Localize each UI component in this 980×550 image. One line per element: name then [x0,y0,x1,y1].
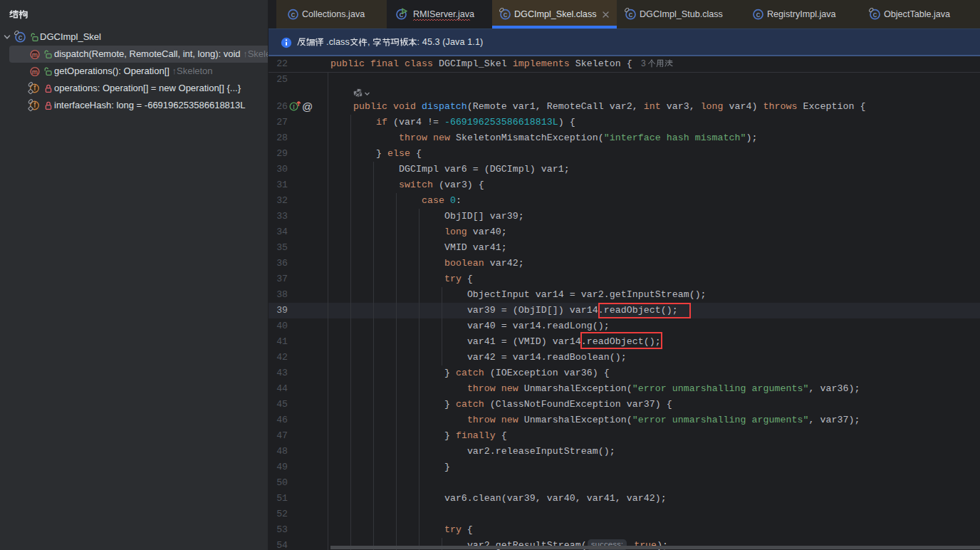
svg-text:I: I [293,103,295,110]
svg-text:c: c [629,10,633,19]
svg-text:c: c [504,10,508,19]
svg-text:f: f [33,84,36,92]
svg-text:c: c [19,33,23,41]
svg-text:c: c [756,10,761,19]
svg-text:m: m [32,50,38,58]
svg-text:c: c [291,10,296,19]
svg-text:c: c [873,10,877,19]
svg-text:m: m [32,67,38,75]
svg-text:f: f [33,101,36,109]
